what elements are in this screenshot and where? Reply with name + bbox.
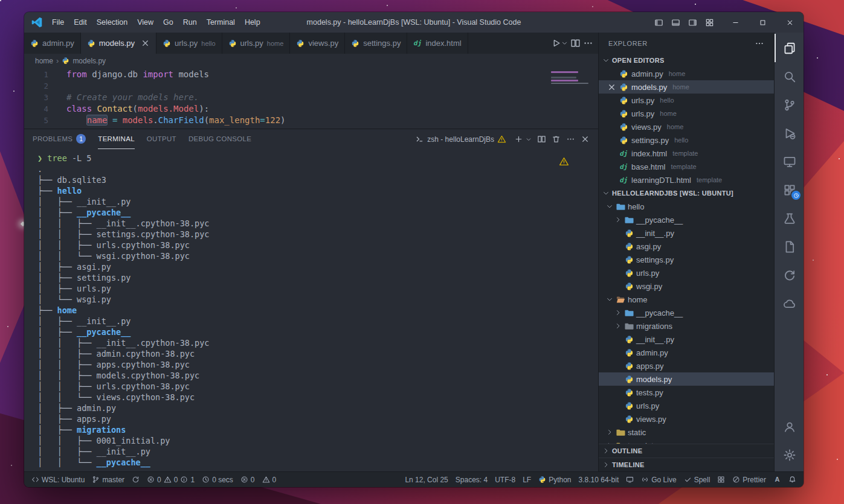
section-timeline[interactable]: TIMELINE xyxy=(599,458,774,471)
activity-remote-targets-button[interactable] xyxy=(775,176,804,204)
section-open-editors[interactable]: OPEN EDITORS xyxy=(599,54,774,67)
status-remote-indicator[interactable]: WSL: Ubuntu xyxy=(28,472,88,487)
status-go-live[interactable]: Go Live xyxy=(637,472,680,487)
menu-help[interactable]: Help xyxy=(240,16,265,28)
activity-sync-cloud-button[interactable] xyxy=(775,289,804,317)
tree-item-hello[interactable]: hello xyxy=(599,200,774,213)
tree-item-migrations[interactable]: migrations xyxy=(599,319,774,333)
close-editor-icon[interactable] xyxy=(607,83,616,92)
terminal-dropdown-icon[interactable] xyxy=(526,136,532,142)
menu-selection[interactable]: Selection xyxy=(92,16,132,28)
tree-item-init-py[interactable]: __init__.py xyxy=(599,333,774,346)
tree-item-template[interactable]: template xyxy=(599,439,774,444)
status-preview[interactable] xyxy=(622,472,637,487)
tab-urls-py-home[interactable]: urls.py home xyxy=(222,33,291,54)
activity-settings-button[interactable] xyxy=(775,441,804,469)
status-problems[interactable]: 001 xyxy=(143,472,198,487)
status-notifications[interactable] xyxy=(785,472,800,487)
kill-terminal-button[interactable] xyxy=(552,135,561,144)
status-indentation[interactable]: Spaces: 4 xyxy=(452,472,491,487)
run-python-file-button[interactable] xyxy=(551,38,561,48)
menu-terminal[interactable]: Terminal xyxy=(202,16,240,28)
tab-index-html[interactable]: dj index.html xyxy=(407,33,468,54)
window-minimize-button[interactable] xyxy=(722,12,749,33)
open-editor-base-html-template[interactable]: djbase.htmltemplate xyxy=(599,160,774,173)
tree-item-home[interactable]: home xyxy=(599,293,774,306)
panel-tab-debug-console[interactable]: DEBUG CONSOLE xyxy=(188,129,251,149)
tree-item-asgi-py[interactable]: asgi.py xyxy=(599,240,774,253)
activity-account-button[interactable] xyxy=(775,412,804,441)
tree-item-urls-py[interactable]: urls.py xyxy=(599,266,774,279)
status-git-branch[interactable]: master xyxy=(88,472,128,487)
section-project[interactable]: HELLOLEARNDJBS [WSL: UBUNTU] xyxy=(599,187,774,200)
activity-explorer-button[interactable] xyxy=(775,34,804,62)
activity-search-button[interactable] xyxy=(775,62,804,91)
terminal-warning-icon[interactable] xyxy=(559,156,569,167)
tree-item-tests-py[interactable]: tests.py xyxy=(599,386,774,399)
status-grid-tool[interactable] xyxy=(714,472,729,487)
status-cursor-position[interactable]: Ln 12, Col 25 xyxy=(401,472,451,487)
activity-source-control-button[interactable] xyxy=(775,91,804,119)
breadcrumb-item-models-py[interactable]: models.py xyxy=(62,57,106,65)
open-editor-learningdtl-html-template[interactable]: djlearningDTL.htmltemplate xyxy=(599,173,774,187)
open-editor-admin-py-home[interactable]: admin.pyhome xyxy=(599,67,774,80)
tab-views-py[interactable]: views.py xyxy=(290,33,345,54)
status-git-sync[interactable] xyxy=(128,472,143,487)
window-maximize-button[interactable] xyxy=(749,12,776,33)
tree-item-init-py[interactable]: __init__.py xyxy=(599,226,774,240)
menu-edit[interactable]: Edit xyxy=(69,16,92,28)
tree-item-apps-py[interactable]: apps.py xyxy=(599,359,774,372)
open-editor-urls-py-home[interactable]: urls.pyhome xyxy=(599,107,774,120)
menu-file[interactable]: File xyxy=(47,16,69,28)
status-timer[interactable]: 0 secs xyxy=(198,472,237,487)
split-editor-button[interactable] xyxy=(570,38,581,48)
activity-docs-button[interactable] xyxy=(775,232,804,261)
tree-item-pycache[interactable]: __pycache__ xyxy=(599,306,774,319)
terminal-selector[interactable]: zsh - helloLearnDjBs xyxy=(415,135,506,144)
panel-tab-terminal[interactable]: TERMINAL xyxy=(98,129,135,149)
split-terminal-button[interactable] xyxy=(537,135,546,144)
tree-item-admin-py[interactable]: admin.py xyxy=(599,346,774,359)
status-python-interpreter[interactable]: 3.8.10 64-bit xyxy=(575,472,623,487)
tree-item-static[interactable]: static xyxy=(599,426,774,439)
open-editor-models-py-home[interactable]: models.pyhome xyxy=(599,80,774,94)
run-dropdown-icon[interactable] xyxy=(561,40,568,46)
explorer-more-actions-icon[interactable] xyxy=(755,39,764,48)
menu-run[interactable]: Run xyxy=(178,16,202,28)
section-outline[interactable]: OUTLINE xyxy=(599,444,774,458)
toggle-primary-sidebar-button[interactable] xyxy=(651,14,666,30)
more-editor-actions-button[interactable] xyxy=(583,38,593,48)
tree-item-wsgi-py[interactable]: wsgi.py xyxy=(599,279,774,293)
menu-view[interactable]: View xyxy=(132,16,158,28)
status-spell[interactable]: Spell xyxy=(680,472,714,487)
toggle-panel-button[interactable] xyxy=(668,14,683,30)
tab-models-py[interactable]: models.py xyxy=(81,33,156,54)
close-panel-button[interactable] xyxy=(581,135,590,144)
tree-item-settings-py[interactable]: settings.py xyxy=(599,253,774,266)
tree-item-urls-py[interactable]: urls.py xyxy=(599,399,774,412)
open-editor-views-py-home[interactable]: views.pyhome xyxy=(599,120,774,133)
toggle-secondary-sidebar-button[interactable] xyxy=(685,14,700,30)
close-tab-icon[interactable] xyxy=(141,39,150,48)
menu-go[interactable]: Go xyxy=(158,16,178,28)
open-editor-settings-py-hello[interactable]: settings.pyhello xyxy=(599,133,774,147)
activity-testing-button[interactable] xyxy=(775,204,804,232)
activity-live-reload-button[interactable] xyxy=(775,261,804,289)
window-close-button[interactable] xyxy=(776,12,804,33)
status-warnings-extra[interactable]: 0 xyxy=(259,472,280,487)
panel-tab-problems[interactable]: PROBLEMS1 xyxy=(33,129,86,149)
new-terminal-button[interactable] xyxy=(514,135,523,144)
terminal[interactable]: ❯ tree -L 5.├── db.sqlite3├── hello│ ├──… xyxy=(24,149,598,471)
open-editor-index-html-template[interactable]: djindex.htmltemplate xyxy=(599,147,774,160)
status-language-mode[interactable]: Python xyxy=(535,472,575,487)
panel-more-actions-button[interactable] xyxy=(566,135,575,144)
activity-remote-explorer-button[interactable] xyxy=(775,147,804,176)
status-encoding[interactable]: UTF-8 xyxy=(491,472,519,487)
status-prettier[interactable]: Prettier xyxy=(729,472,770,487)
open-editor-urls-py-hello[interactable]: urls.pyhello xyxy=(599,94,774,107)
tab-settings-py[interactable]: settings.py xyxy=(345,33,407,54)
status-eol[interactable]: LF xyxy=(519,472,535,487)
tab-admin-py[interactable]: admin.py xyxy=(24,33,81,54)
minimap[interactable] xyxy=(551,71,590,85)
activity-run-debug-button[interactable] xyxy=(775,119,804,147)
